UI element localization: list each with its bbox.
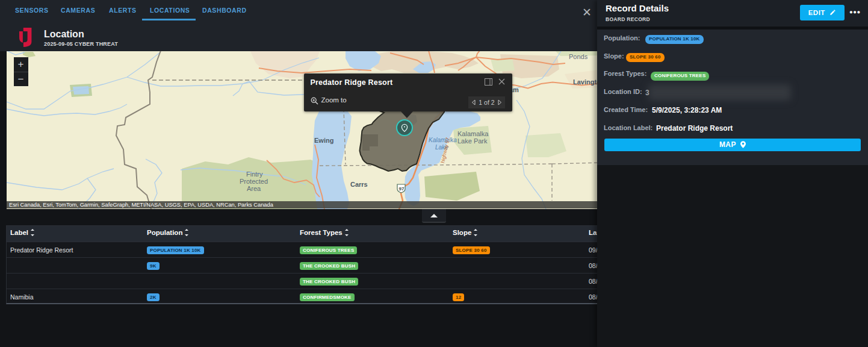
svg-text:Area: Area (247, 185, 261, 192)
svg-text:Fintry: Fintry (246, 170, 263, 178)
svg-text:Kalamalka: Kalamalka (429, 137, 457, 143)
svg-text:Ponds: Ponds (569, 53, 588, 60)
svg-text:Kalamalka: Kalamalka (457, 130, 489, 137)
svg-text:Carrs: Carrs (350, 181, 368, 188)
svg-text:Ewing: Ewing (314, 137, 333, 144)
svg-text:Lake Park: Lake Park (457, 137, 488, 145)
svg-text:97: 97 (399, 186, 405, 192)
svg-text:Protected: Protected (240, 178, 268, 185)
